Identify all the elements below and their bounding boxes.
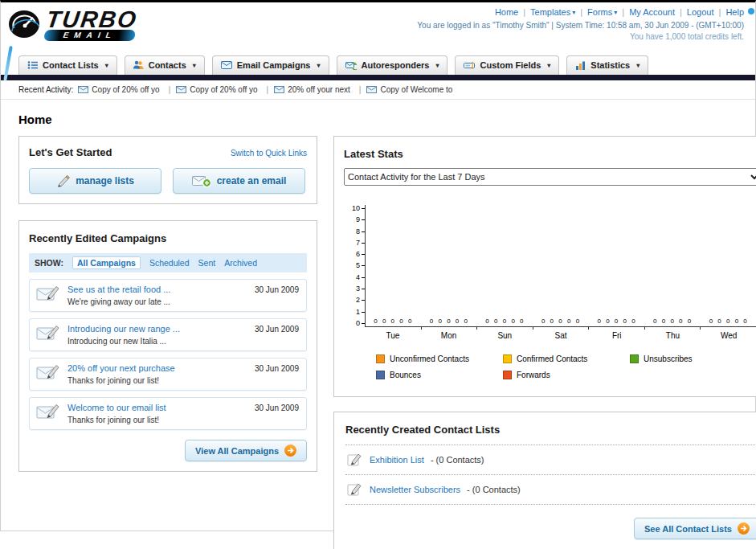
top-link-templates[interactable]: Templates — [530, 7, 570, 17]
main-nav: Contact Lists ▾ Contacts ▾ Email Campaig… — [1, 54, 755, 75]
logo-word-turbo: TURBO — [45, 8, 139, 31]
campaign-row[interactable]: See us at the retail food ... We're givi… — [29, 279, 307, 312]
email-campaigns-icon — [221, 61, 232, 69]
legend-swatch — [503, 371, 512, 379]
contact-list-count: - (0 Contacts) — [467, 485, 521, 494]
tab-label: Contacts — [149, 60, 186, 70]
orange-arrow-icon — [284, 445, 296, 457]
recent-activity-link[interactable]: Copy of 20% off yo — [92, 85, 159, 94]
top-nav-links: Home Templates▾ Forms▾ My Account Logout… — [417, 7, 744, 17]
legend-entry: Unsubscribes — [630, 354, 756, 363]
see-all-contact-lists-button[interactable]: See All Contact Lists — [634, 518, 756, 539]
tab-custom-fields[interactable]: Custom Fields ▾ — [455, 55, 559, 75]
app-window: TURBO EMAIL Home Templates▾ Forms▾ My Ac… — [0, 0, 756, 531]
recent-campaigns-panel: Recently Edited Campaigns SHOW: All Camp… — [18, 220, 317, 472]
filter-sent[interactable]: Sent — [198, 258, 216, 268]
recent-activity-link[interactable]: Copy of 20% off yo — [190, 85, 257, 94]
bar-value-labels: 0 0 0 0 0 — [598, 318, 637, 325]
top-link-logout[interactable]: Logout — [687, 7, 714, 17]
campaigns-title: Recently Edited Campaigns — [29, 232, 166, 244]
campaign-row[interactable]: Introducing our new range ... Introducin… — [29, 318, 307, 351]
top-link-home[interactable]: Home — [495, 7, 518, 17]
campaign-title[interactable]: Introducing our new range ... — [67, 324, 243, 334]
tab-label: Autoresponders — [362, 60, 430, 70]
recent-activity-item: Copy of 20% off yo — [176, 85, 274, 94]
campaign-row[interactable]: 20% off your next purchase Thanks for jo… — [29, 358, 307, 391]
tab-contact-lists[interactable]: Contact Lists ▾ — [18, 55, 117, 75]
top-link-my-account[interactable]: My Account — [629, 7, 675, 17]
get-started-title: Let's Get Started — [29, 146, 112, 158]
legend-label: Unconfirmed Contacts — [390, 354, 469, 363]
legend-swatch — [376, 371, 385, 379]
x-tick: Mon — [421, 327, 477, 340]
turbo-email-logo[interactable]: TURBO EMAIL — [1, 2, 210, 41]
statistics-icon — [575, 61, 586, 70]
nav-divider-bar — [1, 75, 755, 80]
tab-contacts[interactable]: Contacts ▾ — [125, 55, 205, 75]
bar-value-labels: 0 0 0 0 0 — [653, 318, 693, 325]
bar-value-labels: 0 0 0 0 0 — [374, 318, 413, 325]
x-tick: Fri — [589, 327, 645, 340]
bar-group: 0 0 0 0 0 — [701, 205, 756, 326]
credits-remaining: You have 1,000 total credits left. — [417, 32, 744, 41]
tab-label: Email Campaigns — [237, 60, 311, 70]
legend-entry: Unconfirmed Contacts — [376, 354, 503, 363]
contact-lists-icon — [27, 60, 38, 70]
legend-swatch — [630, 354, 639, 363]
campaign-envelope-pencil-icon — [36, 324, 60, 342]
recent-activity-link[interactable]: Copy of Welcome to — [380, 85, 452, 94]
contact-list-name[interactable]: Newsletter Subscribers — [370, 485, 460, 494]
campaign-envelope-pencil-icon — [36, 403, 60, 420]
campaign-envelope-pencil-icon — [36, 285, 60, 302]
contact-list-row[interactable]: Exhibition List - (0 Contacts) — [345, 445, 756, 475]
manage-lists-label: manage lists — [76, 175, 134, 186]
legend-entry: Confirmed Contacts — [503, 354, 630, 363]
contact-lists-panel: Recently Created Contact Lists Exhibitio… — [333, 412, 756, 549]
login-info: You are logged in as "Timothy Smith" | S… — [417, 21, 744, 30]
recent-activity-item: Copy of Welcome to — [366, 85, 452, 94]
campaign-date: 30 Jun 2009 — [255, 325, 299, 334]
stats-period-select[interactable]: Contact Activity for the Last 7 Days — [344, 168, 756, 186]
campaign-row[interactable]: Welcome to our email list Thanks for joi… — [29, 397, 307, 430]
orange-arrow-icon — [738, 522, 750, 535]
contact-activity-chart: 10 9 8 7 6 5 4 3 2 1 0 — [347, 205, 756, 379]
bar-group: 0 0 0 0 0 — [589, 205, 645, 326]
chevron-down-icon: ▾ — [193, 62, 196, 69]
filter-all-campaigns[interactable]: All Campaigns — [72, 256, 141, 269]
recent-activity-link[interactable]: 20% off your next — [288, 85, 350, 94]
view-all-campaigns-button[interactable]: View All Campaigns — [185, 440, 307, 461]
legend-label: Bounces — [390, 371, 421, 379]
autoresponders-icon — [345, 61, 357, 70]
bar-value-labels: 0 0 0 0 0 — [430, 318, 469, 325]
legend-label: Unsubscribes — [644, 354, 693, 363]
campaign-subtitle: Thanks for joining our list! — [67, 376, 243, 385]
tab-email-campaigns[interactable]: Email Campaigns ▾ — [212, 55, 329, 75]
manage-lists-button[interactable]: manage lists — [29, 168, 161, 194]
contact-list-row[interactable]: Newsletter Subscribers - (0 Contacts) — [345, 475, 756, 505]
tab-statistics[interactable]: Statistics ▾ — [566, 55, 648, 75]
filter-scheduled[interactable]: Scheduled — [149, 258, 190, 268]
chevron-down-icon: ▾ — [317, 62, 320, 69]
top-link-forms[interactable]: Forms — [587, 7, 612, 17]
top-link-help[interactable]: Help — [725, 7, 744, 17]
envelope-icon — [366, 86, 377, 93]
blue-dot-decoration — [748, 8, 754, 14]
contact-list-name[interactable]: Exhibition List — [370, 455, 424, 465]
bar-group: 0 0 0 0 0 — [645, 205, 701, 326]
filter-archived[interactable]: Archived — [224, 258, 257, 268]
campaign-title[interactable]: Welcome to our email list — [67, 403, 243, 412]
campaign-date: 30 Jun 2009 — [255, 285, 299, 294]
bar-group: 0 0 0 0 0 — [533, 205, 590, 326]
campaign-date: 30 Jun 2009 — [255, 404, 299, 412]
y-tick: 2 — [356, 297, 365, 304]
switch-quick-links-link[interactable]: Switch to Quick Links — [231, 149, 307, 158]
get-started-panel: Let's Get Started Switch to Quick Links … — [18, 136, 317, 204]
create-email-button[interactable]: create an email — [173, 168, 305, 194]
view-all-campaigns-label: View All Campaigns — [195, 446, 279, 456]
tab-autoresponders[interactable]: Autoresponders ▾ — [337, 55, 448, 75]
chart-x-axis: Tue Mon Sun Sat Fri Thu Wed — [365, 327, 756, 340]
campaign-title[interactable]: 20% off your next purchase — [67, 363, 243, 373]
chevron-down-icon: ▾ — [435, 62, 439, 69]
campaign-title[interactable]: See us at the retail food ... — [67, 285, 243, 294]
campaign-subtitle: Thanks for joining our list! — [67, 416, 243, 424]
